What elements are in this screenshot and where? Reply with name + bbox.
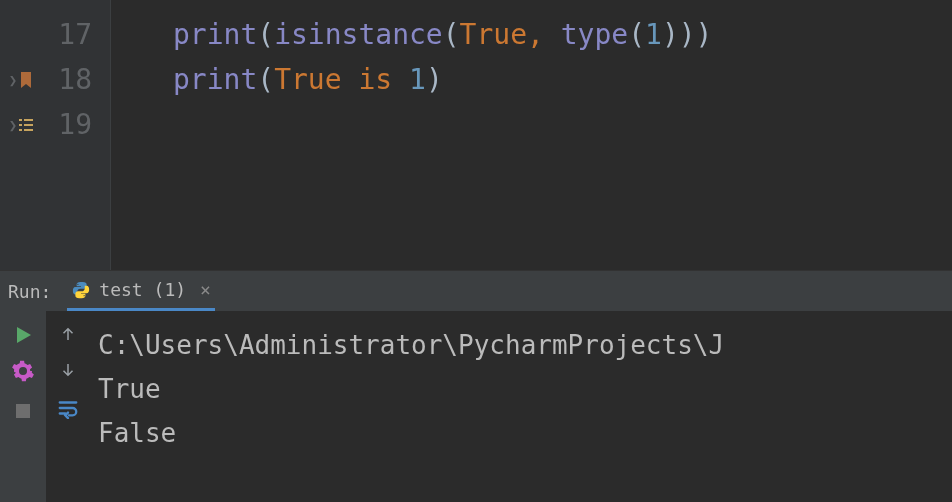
python-icon — [71, 280, 91, 300]
run-panel-header: Run: test (1) × — [0, 271, 952, 311]
gutter-row — [0, 12, 42, 57]
arrow-up-icon[interactable] — [59, 325, 77, 343]
line-number: 18 — [42, 57, 110, 102]
run-toolbar — [0, 311, 46, 502]
svg-rect-4 — [19, 129, 22, 131]
console-output[interactable]: C:\Users\Administrator\PycharmProjects\J… — [90, 311, 952, 502]
run-label: Run: — [8, 281, 51, 302]
chevron-right-icon[interactable]: ❯ — [9, 117, 17, 133]
svg-rect-0 — [19, 119, 22, 121]
run-body: C:\Users\Administrator\PycharmProjects\J… — [0, 311, 952, 502]
line-number: 17 — [42, 12, 110, 57]
output-line: C:\Users\Administrator\PycharmProjects\J — [98, 323, 952, 367]
code-line[interactable]: print(True is 1) — [173, 57, 952, 102]
gutter-row[interactable]: ❯ — [0, 102, 42, 147]
wrap-icon[interactable] — [57, 397, 79, 419]
gear-icon[interactable] — [11, 359, 35, 383]
chevron-right-icon[interactable]: ❯ — [9, 72, 17, 88]
svg-rect-1 — [24, 119, 33, 121]
editor-area: ❯ ❯ 17 18 19 print(isinstance(True, type… — [0, 0, 952, 270]
code-line[interactable]: print(isinstance(True, type(1))) — [173, 12, 952, 57]
stop-icon[interactable] — [11, 399, 35, 423]
svg-rect-6 — [16, 404, 30, 418]
output-line: True — [98, 367, 952, 411]
output-toolbar — [46, 311, 90, 502]
bookmark-icon — [19, 72, 33, 88]
svg-rect-2 — [19, 124, 22, 126]
svg-rect-5 — [24, 129, 33, 131]
line-number: 19 — [42, 102, 110, 147]
arrow-down-icon[interactable] — [59, 361, 77, 379]
play-icon[interactable] — [11, 323, 35, 347]
line-number-gutter: 17 18 19 — [42, 0, 110, 270]
code-line[interactable] — [173, 102, 952, 147]
fold-gutter: ❯ ❯ — [0, 0, 42, 270]
code-area[interactable]: print(isinstance(True, type(1))) print(T… — [110, 0, 952, 270]
svg-rect-3 — [24, 124, 33, 126]
run-tab[interactable]: test (1) × — [67, 271, 215, 311]
close-icon[interactable]: × — [200, 279, 211, 300]
run-panel: Run: test (1) × C:\Users\Administrator\P… — [0, 270, 952, 502]
output-line: False — [98, 411, 952, 455]
list-icon — [19, 118, 33, 132]
gutter-row[interactable]: ❯ — [0, 57, 42, 102]
run-tab-title: test (1) — [99, 279, 186, 300]
